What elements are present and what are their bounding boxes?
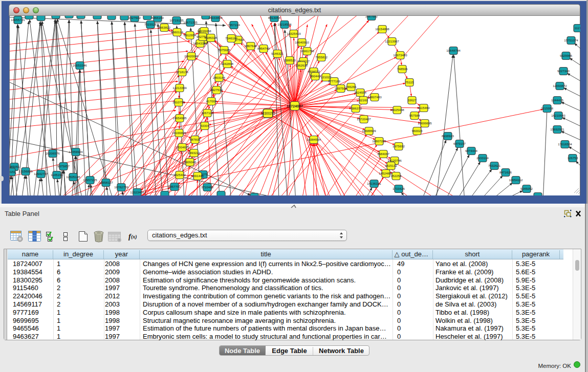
svg-text:14136141: 14136141: [367, 182, 381, 185]
svg-text:18640910: 18640910: [295, 40, 309, 44]
svg-text:14055721: 14055721: [11, 18, 25, 21]
svg-text:9242848: 9242848: [221, 62, 234, 65]
svg-text:7663822: 7663822: [158, 26, 171, 29]
svg-text:20053346: 20053346: [73, 63, 87, 67]
svg-text:16782759: 16782759: [114, 185, 128, 189]
svg-text:2803144: 2803144: [213, 76, 226, 79]
svg-text:10688609: 10688609: [362, 129, 376, 133]
svg-text:1691445: 1691445: [191, 174, 204, 178]
svg-text:20206576: 20206576: [46, 151, 60, 155]
svg-text:1117: 1117: [575, 26, 580, 30]
svg-text:10973493: 10973493: [393, 53, 407, 57]
svg-text:17359924: 17359924: [69, 150, 83, 154]
svg-text:9457791: 9457791: [168, 185, 181, 188]
svg-text:12942737: 12942737: [34, 172, 48, 176]
svg-text:92450: 92450: [533, 194, 542, 195]
svg-text:18226058: 18226058: [197, 29, 211, 33]
svg-text:(x): (x): [131, 234, 137, 240]
svg-text:18807249: 18807249: [372, 139, 386, 143]
svg-text:99151: 99151: [10, 170, 16, 173]
svg-text:587835: 587835: [190, 138, 201, 141]
svg-text:10025438: 10025438: [390, 108, 404, 112]
svg-text:14325419: 14325419: [287, 32, 301, 35]
svg-text:9146321: 9146321: [271, 52, 284, 55]
svg-text:19218506: 19218506: [277, 23, 292, 26]
svg-text:990443: 990443: [310, 74, 321, 78]
svg-text:2867648: 2867648: [245, 44, 257, 48]
svg-text:1493222: 1493222: [188, 151, 201, 155]
svg-text:1527602: 1527602: [128, 16, 141, 19]
svg-text:12213967: 12213967: [385, 39, 399, 43]
svg-text:6479197: 6479197: [453, 142, 466, 145]
svg-text:16154808: 16154808: [375, 27, 389, 31]
svg-text:8909348: 8909348: [184, 160, 197, 164]
svg-text:8912954: 8912954: [184, 33, 197, 37]
svg-text:1733426: 1733426: [393, 187, 405, 190]
svg-text:1975692: 1975692: [393, 144, 405, 148]
svg-text:9329966: 9329966: [560, 54, 573, 57]
svg-text:16210643: 16210643: [551, 114, 565, 117]
svg-text:1362615: 1362615: [295, 63, 308, 67]
svg-text:53304: 53304: [200, 124, 209, 127]
svg-text:8186328: 8186328: [205, 36, 217, 39]
svg-text:7546166: 7546166: [225, 36, 238, 40]
svg-text:12505145: 12505145: [66, 175, 80, 179]
svg-text:15751074: 15751074: [564, 38, 578, 42]
svg-text:7515526: 7515526: [144, 23, 157, 26]
svg-text:8427532: 8427532: [210, 88, 223, 92]
svg-text:10719155: 10719155: [169, 18, 184, 22]
svg-text:19654985: 19654985: [172, 116, 187, 120]
svg-text:7357224: 7357224: [228, 23, 241, 27]
svg-text:126753: 126753: [568, 156, 578, 160]
svg-text:16033809: 16033809: [208, 16, 223, 19]
svg-text:3267110: 3267110: [201, 111, 213, 115]
svg-text:17957225: 17957225: [83, 178, 97, 182]
svg-text:19384554: 19384554: [307, 138, 321, 141]
svg-text:62160: 62160: [359, 98, 368, 102]
svg-text:7955812: 7955812: [315, 55, 328, 59]
svg-text:9474444: 9474444: [465, 149, 478, 152]
svg-text:10699695: 10699695: [418, 121, 432, 125]
svg-text:9777169: 9777169: [328, 79, 341, 83]
svg-text:10671355: 10671355: [183, 20, 198, 24]
svg-text:8660124: 8660124: [171, 30, 184, 34]
svg-text:33627: 33627: [407, 98, 417, 102]
svg-text:18300295: 18300295: [260, 112, 275, 115]
svg-text:8938923: 8938923: [442, 134, 454, 138]
svg-text:12156829: 12156829: [18, 169, 33, 173]
svg-text:10648784: 10648784: [446, 49, 461, 52]
svg-text:8454749: 8454749: [257, 47, 270, 50]
svg-text:9227343: 9227343: [557, 69, 570, 73]
svg-text:6466160: 6466160: [151, 16, 164, 19]
svg-text:5375685: 5375685: [218, 48, 231, 52]
svg-text:1615132: 1615132: [385, 164, 398, 167]
svg-text:1610755: 1610755: [172, 100, 185, 104]
svg-text:22420046: 22420046: [184, 54, 199, 58]
svg-text:12323466: 12323466: [130, 190, 144, 194]
svg-text:2687682: 2687682: [365, 16, 378, 18]
svg-text:12213369: 12213369: [172, 86, 187, 90]
svg-text:20691406: 20691406: [49, 16, 63, 16]
svg-text:7632621: 7632621: [488, 164, 501, 167]
svg-text:3684067: 3684067: [377, 152, 390, 156]
svg-text:16961758: 16961758: [300, 49, 314, 53]
svg-text:3215958: 3215958: [541, 106, 554, 110]
svg-text:10958127: 10958127: [99, 181, 113, 184]
svg-text:17004675: 17004675: [175, 145, 189, 149]
svg-text:10807483: 10807483: [367, 95, 382, 99]
svg-text:9115460: 9115460: [418, 106, 430, 110]
svg-text:2933114: 2933114: [476, 156, 489, 160]
svg-text:3710485: 3710485: [201, 185, 214, 189]
svg-text:7386372: 7386372: [350, 106, 362, 110]
svg-text:15720407: 15720407: [357, 117, 371, 121]
svg-text:16543382: 16543382: [193, 41, 207, 45]
svg-text:960023: 960023: [412, 129, 423, 133]
svg-text:957584: 957584: [409, 114, 420, 117]
svg-text:9375857: 9375857: [57, 164, 70, 168]
svg-text:1588520: 1588520: [284, 58, 296, 62]
svg-text:19166825: 19166825: [172, 131, 186, 135]
svg-text:17016504: 17016504: [558, 142, 572, 146]
svg-text:10654112: 10654112: [509, 178, 523, 182]
svg-text:8813054: 8813054: [268, 16, 281, 19]
svg-text:7625402: 7625402: [173, 173, 186, 177]
